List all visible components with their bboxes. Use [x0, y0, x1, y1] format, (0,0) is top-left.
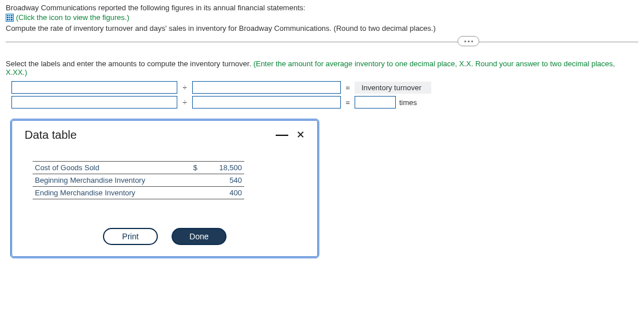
divide-sign-2: ÷	[181, 98, 189, 107]
result-suffix: times	[399, 98, 417, 107]
result-value-input[interactable]	[355, 96, 396, 109]
view-figures-link[interactable]: (Click the icon to view the figures.)	[6, 13, 638, 22]
dialog-title: Data table	[25, 129, 77, 142]
intro-text-1: Broadway Communications reported the fol…	[6, 3, 638, 12]
done-button[interactable]: Done	[172, 228, 226, 245]
instruction-main: Select the labels and enter the amounts …	[6, 59, 253, 68]
table-row: Ending Merchandise Inventory 400	[33, 187, 244, 199]
equals-sign-1: =	[344, 83, 351, 92]
row-value: 400	[200, 187, 244, 199]
equals-sign-2: =	[344, 98, 351, 107]
numerator-label-input[interactable]	[11, 81, 177, 94]
table-row: Beginning Merchandise Inventory 540	[33, 174, 244, 187]
data-table-dialog: Data table — ✕ Cost of Goods Sold $ 18,5…	[10, 119, 319, 258]
numerator-value-input[interactable]	[11, 96, 177, 109]
divider-line	[6, 42, 638, 42]
row-label: Ending Merchandise Inventory	[33, 187, 179, 199]
minimize-icon[interactable]: —	[276, 132, 288, 138]
table-grid-icon	[6, 14, 14, 22]
more-options-pill[interactable]	[458, 36, 479, 46]
divide-sign-1: ÷	[181, 83, 189, 92]
denominator-label-input[interactable]	[192, 81, 341, 94]
row-label: Beginning Merchandise Inventory	[33, 174, 179, 187]
row-value: 18,500	[200, 162, 244, 174]
compute-instruction: Compute the rate of inventory turnover a…	[6, 24, 638, 33]
view-figures-text: (Click the icon to view the figures.)	[16, 13, 129, 22]
row-value: 540	[200, 174, 244, 187]
print-button[interactable]: Print	[103, 228, 158, 245]
close-icon[interactable]: ✕	[296, 129, 305, 141]
row-currency	[179, 187, 200, 199]
denominator-value-input[interactable]	[192, 96, 341, 109]
row-currency: $	[179, 162, 200, 174]
data-table: Cost of Goods Sold $ 18,500 Beginning Me…	[33, 161, 244, 199]
result-label: Inventory turnover	[355, 82, 431, 94]
row-label: Cost of Goods Sold	[33, 162, 179, 174]
table-row: Cost of Goods Sold $ 18,500	[33, 162, 244, 174]
row-currency	[179, 174, 200, 187]
